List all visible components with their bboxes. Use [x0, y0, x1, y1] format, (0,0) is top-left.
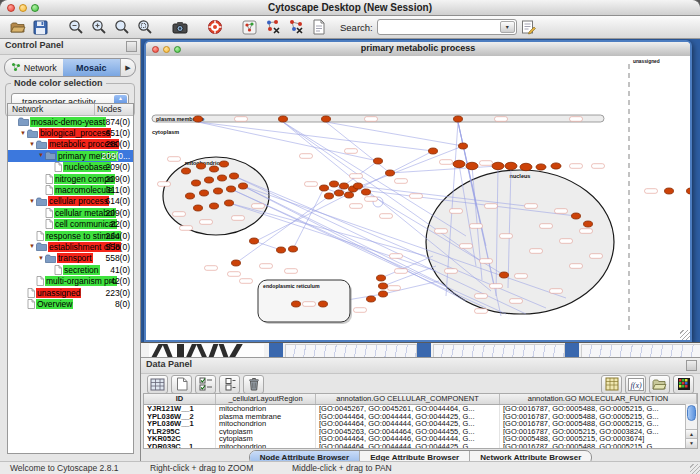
- table-column-header[interactable]: annotation.GO MOLECULAR_FUNCTION: [500, 394, 697, 404]
- network-node[interactable]: [536, 164, 546, 170]
- network-window-titlebar[interactable]: primary metabolic process: [146, 42, 690, 57]
- table-column-header[interactable]: ID: [144, 394, 216, 404]
- tab-mosaic[interactable]: Mosaic: [63, 59, 121, 76]
- network-node[interactable]: [362, 189, 371, 195]
- formula-icon[interactable]: f(x): [625, 375, 646, 394]
- tree-row[interactable]: ▼biological_process651(0): [8, 127, 133, 138]
- table-row[interactable]: YLR295Ccytoplasm[GO:0045263, GO:0044464,…: [144, 428, 697, 436]
- expand-arrow-icon[interactable]: ▼: [19, 128, 27, 139]
- tree-row[interactable]: secretion41(0): [8, 264, 133, 275]
- table-row[interactable]: YPL036W__2plasma membrane[GO:0044464, GO…: [144, 413, 697, 421]
- network-node[interactable]: [520, 163, 532, 170]
- tree-column-nodes[interactable]: Nodes: [95, 104, 133, 115]
- unselect-attr-icon[interactable]: [219, 375, 240, 394]
- network-node[interactable]: [194, 116, 203, 122]
- network-node[interactable]: [225, 200, 234, 206]
- zoom-selected-icon[interactable]: [135, 18, 154, 36]
- network-node[interactable]: [354, 183, 363, 189]
- network-node[interactable]: [192, 180, 201, 186]
- network-node[interactable]: [322, 116, 331, 122]
- network-node[interactable]: [250, 238, 259, 244]
- network-node[interactable]: [466, 162, 478, 169]
- network-node[interactable]: [551, 163, 561, 169]
- network-node[interactable]: [200, 190, 209, 196]
- network-node[interactable]: [227, 186, 236, 192]
- scroll-down-icon[interactable]: ▼: [686, 438, 697, 448]
- float-panel-icon[interactable]: [126, 41, 137, 52]
- network-node[interactable]: [665, 188, 674, 194]
- network-node[interactable]: [319, 301, 328, 307]
- save-table-icon[interactable]: [601, 375, 622, 394]
- network-node[interactable]: [220, 161, 229, 167]
- attr-select-icon[interactable]: [147, 375, 168, 394]
- tree-row[interactable]: macromolecule311(0): [8, 184, 133, 195]
- edit-edges-icon[interactable]: [286, 18, 305, 36]
- network-node[interactable]: [292, 301, 301, 307]
- network-node[interactable]: [239, 183, 248, 189]
- expand-arrow-icon[interactable]: ▼: [28, 139, 36, 150]
- network-node[interactable]: [186, 193, 195, 199]
- window-titlebar[interactable]: Cytoscape Desktop (New Session): [0, 0, 700, 16]
- table-row[interactable]: YPL036W__1mitochondrion[GO:0044464, GO:0…: [144, 420, 697, 428]
- table-scrollbar[interactable]: ▲ ▼: [685, 404, 697, 448]
- tree-row[interactable]: ▼cellular process614(0): [8, 196, 133, 207]
- select-attr-icon[interactable]: [195, 375, 216, 394]
- table-column-header[interactable]: annotation.GO CELLULAR_COMPONENT: [316, 394, 500, 404]
- network-node[interactable]: [277, 247, 286, 253]
- network-canvas[interactable]: nucleusmitochondrionplasma membranecytop…: [146, 56, 690, 340]
- open-icon[interactable]: [8, 18, 27, 36]
- edit-nodes-icon[interactable]: [263, 18, 282, 36]
- search-input[interactable]: ▾: [377, 19, 517, 35]
- annotation-icon[interactable]: [309, 18, 328, 36]
- network-node[interactable]: [453, 160, 465, 167]
- expand-arrow-icon[interactable]: ▼: [28, 196, 36, 207]
- import-table-icon[interactable]: [649, 375, 670, 394]
- network-node[interactable]: [459, 143, 468, 149]
- tree-row[interactable]: nucleobase-209(0): [8, 162, 133, 173]
- float-panel-icon[interactable]: [686, 360, 697, 371]
- network-node[interactable]: [197, 163, 206, 169]
- resize-grip[interactable]: [690, 464, 700, 474]
- tab-overflow-button[interactable]: ▶: [120, 59, 135, 76]
- table-row[interactable]: YKR052Ccytoplasm[GO:0044464, GO:0044446,…: [144, 435, 697, 443]
- network-node[interactable]: [454, 116, 463, 122]
- network-node[interactable]: [330, 181, 339, 187]
- network-node[interactable]: [386, 170, 395, 176]
- network-node[interactable]: [214, 188, 223, 194]
- delete-attr-icon[interactable]: [243, 375, 264, 394]
- scrollbar-thumb[interactable]: [687, 405, 696, 421]
- network-node[interactable]: [584, 221, 593, 227]
- help-icon[interactable]: [205, 18, 224, 36]
- network-node[interactable]: [505, 162, 517, 169]
- tree-row[interactable]: multi-organism pro42(0): [8, 275, 133, 286]
- expand-arrow-icon[interactable]: ▼: [37, 150, 45, 161]
- network-node[interactable]: [377, 275, 386, 281]
- network-node[interactable]: [218, 175, 227, 181]
- network-node[interactable]: [374, 158, 383, 164]
- network-node[interactable]: [232, 260, 241, 266]
- network-node[interactable]: [572, 213, 581, 219]
- network-node[interactable]: [320, 185, 329, 191]
- tree-row[interactable]: ▼establishment of lo558(0): [8, 241, 133, 252]
- tree-row[interactable]: ▼metabolic process280(0): [8, 139, 133, 150]
- tree-row[interactable]: cell communicat22(0): [8, 219, 133, 230]
- table-row[interactable]: YDR039C__1mitochondrion[GO:0044464, GO:0…: [144, 443, 697, 448]
- tree-column-network[interactable]: Network: [8, 104, 95, 115]
- network-node[interactable]: [210, 203, 219, 209]
- network-node[interactable]: [340, 183, 349, 189]
- network-overview-icon[interactable]: [240, 18, 259, 36]
- network-view-window[interactable]: primary metabolic process nucleusmitocho…: [144, 40, 692, 342]
- network-node[interactable]: [230, 173, 239, 179]
- network-node[interactable]: [194, 205, 203, 211]
- search-dropdown-icon[interactable]: ▾: [500, 21, 515, 33]
- table-row[interactable]: YJR121W__1mitochondrion[GO:0045267, GO:0…: [144, 405, 697, 413]
- network-node[interactable]: [182, 168, 191, 174]
- expand-arrow-icon[interactable]: ▼: [28, 241, 36, 252]
- network-node[interactable]: [687, 188, 691, 194]
- network-node[interactable]: [429, 148, 438, 154]
- network-node[interactable]: [325, 193, 334, 199]
- zoom-fit-icon[interactable]: [112, 18, 131, 36]
- network-node[interactable]: [279, 116, 288, 122]
- tree-row[interactable]: response to stimulu264(0): [8, 230, 133, 241]
- network-node[interactable]: [205, 177, 214, 183]
